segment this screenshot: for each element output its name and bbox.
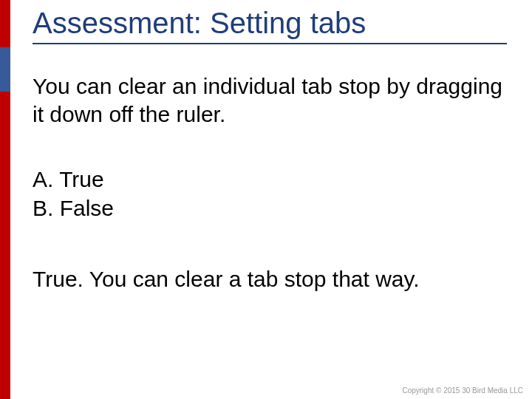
option-a: A. True bbox=[33, 165, 507, 194]
question-text: You can clear an individual tab stop by … bbox=[33, 72, 507, 129]
answer-options: A. True B. False bbox=[33, 165, 507, 223]
copyright-notice: Copyright © 2015 30 Bird Media LLC bbox=[402, 386, 523, 395]
answer-text: True. You can clear a tab stop that way. bbox=[33, 265, 507, 293]
option-b: B. False bbox=[33, 194, 507, 223]
slide-content: Assessment: Setting tabs You can clear a… bbox=[10, 0, 532, 399]
slide-title: Assessment: Setting tabs bbox=[33, 6, 507, 44]
left-accent-bar-highlight bbox=[0, 47, 10, 92]
